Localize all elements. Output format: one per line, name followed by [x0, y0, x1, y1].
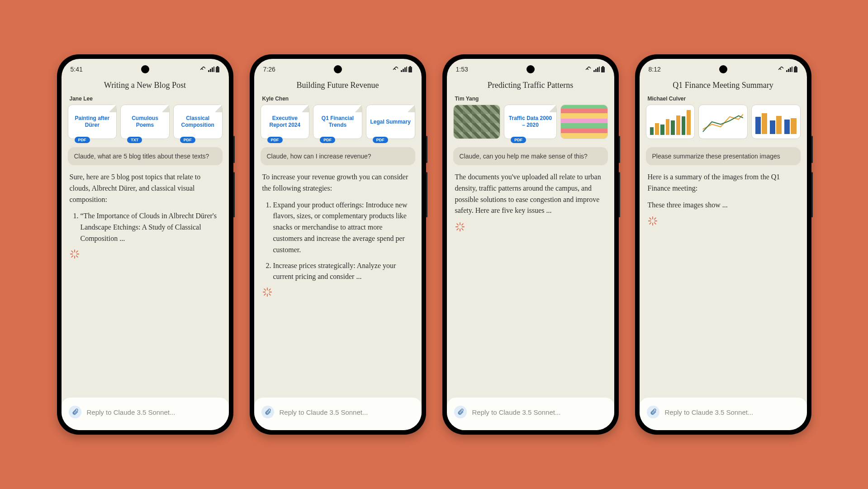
file-type-badge: PDF [180, 137, 195, 143]
svg-rect-1 [217, 66, 218, 67]
response-text: These three images show ... [648, 200, 799, 211]
image-attachment-chart[interactable] [646, 105, 695, 139]
file-attachment[interactable]: Traffic Data 2000 – 2020 PDF [504, 105, 557, 139]
attach-button[interactable] [261, 406, 274, 418]
phone-mockup: 7:26 Building Future Revenue Kyle Chen E… [250, 54, 426, 435]
file-name: Legal Summary [370, 119, 410, 125]
screen: 1:53 Predicting Traffic Patterns Tim Yan… [447, 59, 614, 430]
phone-mockup: 5:41 Writing a New Blog Post Jane Lee Pa… [57, 54, 233, 435]
user-name: Kyle Chen [260, 96, 416, 105]
svg-rect-10 [408, 67, 412, 72]
screen: 8:12 Q1 Finance Meeting Summary Michael … [640, 59, 807, 430]
file-name: Executive Report 2024 [264, 115, 307, 129]
reply-input-bar[interactable]: Reply to Claude 3.5 Sonnet... [62, 398, 229, 430]
response-list-item: Expand your product offerings: Introduce… [273, 200, 413, 256]
file-name: Q1 Financial Trends [316, 115, 359, 129]
file-attachment[interactable]: Legal Summary PDF [366, 105, 415, 139]
svg-line-17 [269, 294, 270, 295]
status-icons [585, 66, 605, 72]
svg-line-29 [457, 229, 458, 230]
conversation-content: Jane Lee Painting after Dürer PDF Cumulo… [62, 96, 229, 398]
reply-placeholder: Reply to Claude 3.5 Sonnet... [665, 408, 754, 416]
user-name: Jane Lee [67, 96, 223, 105]
svg-line-6 [71, 251, 73, 252]
reply-input-bar[interactable]: Reply to Claude 3.5 Sonnet... [254, 398, 422, 430]
reply-placeholder: Reply to Claude 3.5 Sonnet... [87, 408, 175, 416]
clock: 8:12 [649, 66, 661, 73]
user-name: Michael Culver [645, 96, 802, 105]
loading-spark-icon [70, 249, 221, 261]
response-text: Here is a summary of the images from the… [648, 172, 799, 194]
image-attachment-stickynotes[interactable] [560, 105, 608, 139]
svg-line-18 [269, 289, 270, 290]
image-attachment-chart[interactable] [698, 105, 748, 139]
response-list-item: Increase prices strategically: Analyze y… [273, 260, 413, 283]
conversation-title: Writing a New Blog Post [62, 74, 229, 96]
response-text: Sure, here are 5 blog post topics that r… [70, 172, 221, 205]
file-attachment[interactable]: Classical Composition PDF [173, 105, 223, 139]
conversation-content: Michael Culver Please summarize these pr… [640, 96, 807, 398]
assistant-response: Sure, here are 5 blog post topics that r… [67, 172, 223, 244]
file-type-badge: PDF [267, 137, 283, 143]
clock: 1:53 [456, 66, 468, 73]
svg-rect-0 [216, 67, 219, 72]
conversation-title: Q1 Finance Meeting Summary [640, 74, 807, 96]
image-attachment-chart[interactable] [751, 105, 801, 139]
svg-rect-21 [602, 66, 604, 67]
assistant-response: The documents you've uploaded all relate… [452, 172, 609, 216]
file-attachment[interactable]: Q1 Financial Trends PDF [313, 105, 362, 139]
svg-line-38 [654, 218, 655, 220]
phone-mockup: 1:53 Predicting Traffic Patterns Tim Yan… [442, 54, 619, 435]
svg-line-36 [650, 218, 651, 220]
attach-button[interactable] [647, 406, 659, 418]
user-prompt: Please summarize these presentation imag… [646, 147, 801, 165]
file-type-badge: TXT [127, 137, 142, 143]
camera-notch [526, 65, 535, 73]
loading-spark-icon [262, 287, 413, 299]
image-attachment-aerial[interactable] [453, 105, 501, 139]
svg-line-16 [264, 289, 266, 290]
reply-input-bar[interactable]: Reply to Claude 3.5 Sonnet... [640, 398, 807, 430]
clock: 7:26 [263, 66, 275, 73]
user-prompt: Claude, how can I increase revenue? [261, 147, 415, 165]
svg-line-9 [71, 255, 73, 257]
attach-button[interactable] [454, 406, 467, 418]
loading-spark-icon [648, 216, 799, 228]
conversation-content: Kyle Chen Executive Report 2024 PDF Q1 F… [254, 96, 422, 398]
conversation-title: Building Future Revenue [254, 74, 422, 96]
svg-rect-30 [794, 67, 797, 72]
file-name: Classical Composition [176, 115, 219, 129]
user-prompt: Claude, can you help me make sense of th… [453, 147, 608, 165]
file-type-badge: PDF [511, 137, 526, 143]
file-attachment[interactable]: Painting after Dürer PDF [68, 105, 117, 139]
loading-spark-icon [455, 222, 606, 234]
camera-notch [141, 65, 149, 73]
file-attachment[interactable]: Cumulous Poems TXT [120, 105, 170, 139]
file-name: Painting after Dürer [71, 115, 114, 129]
attachments-row: Executive Report 2024 PDF Q1 Financial T… [260, 105, 416, 139]
reply-input-bar[interactable]: Reply to Claude 3.5 Sonnet... [447, 398, 614, 430]
svg-rect-31 [795, 66, 797, 67]
conversation-title: Predicting Traffic Patterns [447, 74, 614, 96]
screen: 7:26 Building Future Revenue Kyle Chen E… [254, 59, 422, 430]
file-attachment[interactable]: Executive Report 2024 PDF [261, 105, 310, 139]
file-type-badge: PDF [373, 137, 388, 143]
attachments-row: Traffic Data 2000 – 2020 PDF [452, 105, 609, 139]
screen: 5:41 Writing a New Blog Post Jane Lee Pa… [62, 59, 229, 430]
response-list-item: “The Importance of Clouds in Albrecht Dü… [81, 211, 221, 244]
svg-line-37 [654, 223, 655, 224]
svg-line-19 [264, 294, 266, 295]
svg-line-27 [461, 229, 463, 230]
svg-line-26 [457, 224, 458, 225]
file-type-badge: PDF [320, 137, 335, 143]
status-icons [778, 66, 798, 72]
response-text: To increase your revenue growth you can … [262, 172, 413, 194]
user-prompt: Claude, what are 5 blog titles about the… [68, 147, 223, 165]
svg-line-39 [650, 223, 651, 224]
phone-mockup: 8:12 Q1 Finance Meeting Summary Michael … [635, 54, 811, 435]
user-name: Tim Yang [452, 96, 609, 105]
attach-button[interactable] [69, 406, 81, 418]
response-text: The documents you've uploaded all relate… [455, 172, 606, 216]
reply-placeholder: Reply to Claude 3.5 Sonnet... [472, 408, 561, 416]
file-type-badge: PDF [75, 137, 90, 143]
